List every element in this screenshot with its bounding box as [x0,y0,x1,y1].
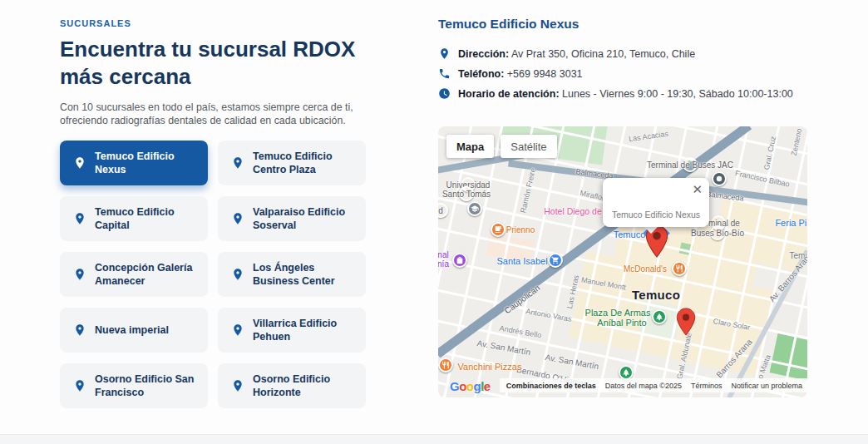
bus-icon[interactable] [712,171,727,186]
cafe-icon[interactable] [491,222,506,237]
section-eyebrow: SUCURSALES [60,18,388,28]
map-label: nía [438,259,449,269]
location-pin-icon [73,268,86,281]
branch-label: Valparaiso Edificio Soserval [253,205,358,232]
branch-button-8[interactable]: Osorno Edificio San Francisco [60,363,208,408]
page-title: Encuentra tu sucursal RDOX más cercana [60,36,388,91]
branch-button-5[interactable]: Los Ángeles Business Center [218,252,366,297]
map-label: Francisco Bilbao [734,169,790,189]
branch-label: Temuco Edificio Capital [95,205,200,232]
map-label: Feria Pinto [775,218,807,228]
branch-detail-title: Temuco Edificio Nexus [438,17,807,32]
branch-label: Los Ángeles Business Center [253,261,358,288]
google-map[interactable]: Mapa Satélite ✕ Temuco Edificio Nexus Go… [438,126,807,397]
page-description: Con 10 sucursales en todo el país, estam… [60,101,388,127]
location-pin-icon [73,323,86,337]
page-footer-strip [0,434,868,444]
detail-label: Horario de atención: [458,88,560,100]
detail-value: Av Prat 350, Oficina 210, Temuco, Chile [511,48,695,60]
branch-label: Concepción Galería Amanecer [95,261,200,288]
restaurant-icon[interactable] [438,358,453,372]
close-icon[interactable]: ✕ [692,183,703,195]
branch-grid: Temuco Edificio NexusTemuco Edificio Cen… [60,141,388,408]
info-window: ✕ Temuco Edificio Nexus [603,178,709,227]
google-logo[interactable]: Google [450,379,491,393]
clock-icon [438,87,451,100]
branch-button-1[interactable]: Temuco Edificio Centro Plaza [218,141,366,185]
branch-locator-page: SUCURSALES Encuentra tu sucursal RDOX má… [0,0,868,444]
school-icon[interactable] [467,201,482,216]
branch-button-3[interactable]: Valparaiso Edificio Soserval [218,196,366,241]
branch-button-4[interactable]: Concepción Galería Amanecer [60,252,208,297]
map-label: Plaza De Armas [585,308,651,318]
detail-label: Teléfono: [458,68,504,80]
map-label: Santa Isabel [496,256,547,266]
location-pin-icon [231,268,244,281]
location-pin-icon [73,212,86,225]
map-button[interactable]: Mapa [446,135,494,158]
satellite-button[interactable]: Satélite [501,135,556,158]
map-label: d [438,203,448,218]
map-label: McDonald's [624,264,667,274]
branch-detail-panel: Temuco Edificio Nexus Dirección: Av Prat… [438,17,807,108]
map-label: Las Acacias [629,130,669,144]
google-logo-letter: o [466,379,474,393]
branch-button-2[interactable]: Temuco Edificio Capital [60,196,208,241]
location-pin-icon [231,323,244,337]
cart-icon[interactable] [548,253,563,268]
map-label: Antonio Varas [525,307,573,323]
map-label: Hotel Diego de [544,206,601,216]
map-label: Temuco [614,229,646,239]
map-type-controls: Mapa Satélite [446,135,557,158]
branch-button-6[interactable]: Nueva imperial [60,308,208,353]
branch-label: Villarrica Edificio Pehuen [253,317,358,343]
map-data-copyright: Datos del mapa ©2025 [605,382,682,390]
restaurant-icon[interactable] [672,261,687,276]
branch-label: Temuco Edificio Nexus [95,150,200,176]
location-pin-icon [438,47,451,60]
detail-row-phone: Teléfono: +569 9948 3031 [438,68,807,81]
info-window-title: Temuco Edificio Nexus [603,210,709,227]
terms-link[interactable]: Términos [691,382,723,390]
location-pin-icon [231,212,244,225]
google-logo-letter: G [450,379,459,393]
location-pin-icon [231,156,244,170]
detail-value: Lunes - Viernes 9:00 - 19:30, Sábado 10:… [562,88,793,100]
keyboard-shortcuts-button[interactable]: Combinaciones de teclas [506,382,596,390]
branch-label: Nueva imperial [95,323,200,337]
map-label: Vanchini Pizzas [458,362,522,372]
google-logo-letter: g [474,379,481,393]
report-problem-link[interactable]: Notificar un problema [731,382,802,390]
google-logo-letter: o [459,379,466,393]
map-attribution: Combinaciones de teclas Datos del mapa ©… [500,378,807,392]
detail-row-address: Dirección: Av Prat 350, Oficina 210, Tem… [438,48,807,61]
map-label: nal [438,250,449,259]
branch-button-0[interactable]: Temuco Edificio Nexus [60,141,208,185]
branch-label: Osorno Edificio Horizonte [253,372,358,399]
park-icon[interactable] [652,309,667,324]
branch-detail-list: Dirección: Av Prat 350, Oficina 210, Tem… [438,48,807,101]
detail-value: +569 9948 3031 [507,68,583,80]
map-marker-1[interactable] [676,308,696,336]
map-label: Prienno [506,225,535,234]
map-label: Buses Bío-Bío [710,225,725,240]
branch-label: Temuco Edificio Centro Plaza [253,150,358,176]
map-label: Gral. Cruz [762,136,777,170]
detail-label: Dirección: [458,48,509,60]
branch-list-panel: SUCURSALES Encuentra tu sucursal RDOX má… [60,17,388,408]
branch-button-9[interactable]: Osorno Edificio Horizonte [218,363,366,408]
branch-button-7[interactable]: Villarrica Edificio Pehuen [218,308,366,353]
phone-icon [438,67,451,80]
map-label: Santo Tomás [459,186,474,201]
map-label: Temuco [632,288,680,302]
map-label: Terminal de Buses JAC [683,157,698,172]
map-label: Aníbal Pinto [597,318,646,328]
detail-row-hours: Horario de atención: Lunes - Viernes 9:0… [438,88,807,101]
shop-icon[interactable] [452,253,467,268]
location-pin-icon [73,379,86,392]
location-pin-icon [231,379,244,392]
google-logo-letter: e [484,379,491,393]
location-pin-icon [73,156,86,170]
branch-label: Osorno Edificio San Francisco [95,372,200,399]
